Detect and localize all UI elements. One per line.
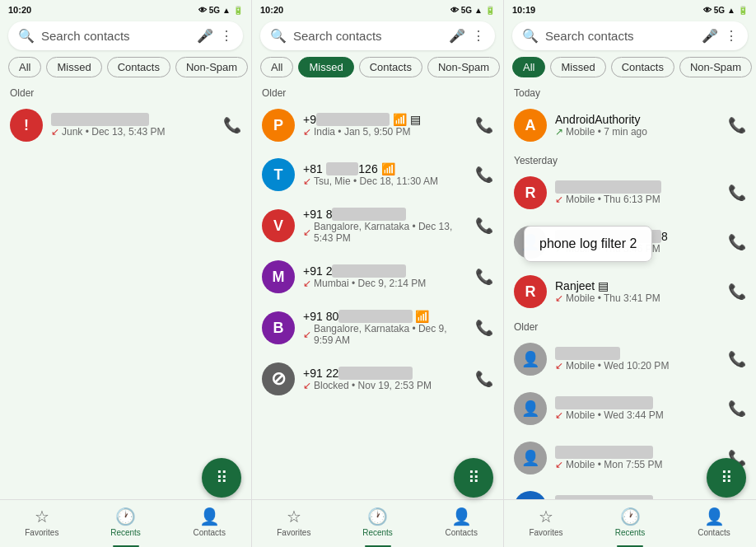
call-meta: Bangalore, Karnataka • Dec 9, 9:59 AM <box>314 323 467 346</box>
table-row[interactable]: R █████████████ ↙ Mobile • Thu 6:13 PM 📞 <box>504 168 756 217</box>
table-row[interactable]: V +91 8█████████ ↙ Bangalore, Karnataka … <box>252 199 503 252</box>
call-name: AndroidAuthority <box>555 113 720 126</box>
call-button[interactable]: 📞 <box>728 400 746 418</box>
call-info: +91 2█████████ ↙ Mumbai • Dec 9, 2:14 PM <box>303 264 467 289</box>
table-row[interactable]: 👤 ████████ ↙ Mobile • Wed 10:20 PM 📞 <box>504 334 756 384</box>
call-meta: Mobile • Thu 6:13 PM <box>566 194 660 205</box>
call-info: ████████████ ↙ Junk • Dec 13, 5:43 PM <box>51 113 215 138</box>
call-detail: ↙ Tsu, Mie • Dec 18, 11:30 AM <box>303 175 467 187</box>
favorites-icon-2: ☆ <box>287 507 301 526</box>
table-row[interactable]: R Ranjeet ▤ ↙ Mobile • Thu 3:41 PM 📞 <box>504 267 756 316</box>
call-detail: ↙ Bangalore, Karnataka • Dec 13, 5:43 PM <box>303 221 467 244</box>
avatar: 👤 <box>514 442 547 475</box>
avatar: 👤 <box>514 343 547 376</box>
filter-all-3[interactable]: All <box>512 57 545 77</box>
table-row[interactable]: ! ████████████ ↙ Junk • Dec 13, 5:43 PM … <box>0 101 251 150</box>
filter-contacts-3[interactable]: Contacts <box>611 57 674 77</box>
filter-missed-2[interactable]: Missed <box>298 57 353 77</box>
phone-panel-3: 10:19 👁 5G ▲ 🔋 🔍 Search contacts 🎤 ⋮ All… <box>504 0 756 547</box>
call-button[interactable]: 📞 <box>475 116 493 134</box>
filter-tabs-2: All Missed Contacts Non-Spam Spam <box>252 54 503 82</box>
nav-contacts-2[interactable]: 👤 Contacts <box>419 500 503 547</box>
call-button[interactable]: 📞 <box>475 268 493 286</box>
call-button[interactable]: 📞 <box>728 283 746 301</box>
filter-contacts-2[interactable]: Contacts <box>359 57 422 77</box>
avatar: ⊘ <box>262 362 295 395</box>
call-meta: Junk • Dec 13, 5:43 PM <box>62 126 166 138</box>
call-list-2: Older P +9█████████ 📶 ▤ ↙ India • Jan 5,… <box>252 82 503 499</box>
call-button[interactable]: 📞 <box>475 166 493 184</box>
call-name: +91 80█████████ 📶 <box>303 310 467 323</box>
table-row[interactable]: T +81 ████126 📶 ↙ Tsu, Mie • Dec 18, 11:… <box>252 150 503 199</box>
nav-recents-2[interactable]: 🕐 Recents <box>336 500 420 547</box>
table-row[interactable]: A AndroidAuthority ↗ Mobile • 7 min ago … <box>504 101 756 150</box>
nav-recents-3[interactable]: 🕐 Recents <box>588 500 672 547</box>
more-icon-2[interactable]: ⋮ <box>472 28 485 44</box>
filter-all-1[interactable]: All <box>8 57 41 77</box>
call-meta: India • Jan 5, 9:50 PM <box>314 126 411 138</box>
fab-2[interactable]: ⠿ <box>454 458 493 498</box>
filter-all-2[interactable]: All <box>260 57 293 77</box>
call-button[interactable]: 📞 <box>475 319 493 337</box>
mic-icon-2[interactable]: 🎤 <box>449 28 465 44</box>
section-today-3: Today <box>504 82 756 101</box>
nav-recents-1[interactable]: 🕐 Recents <box>84 500 168 547</box>
table-row[interactable]: ⊘ +91 22█████████ ↙ Blocked • Nov 19, 2:… <box>252 354 503 404</box>
table-row[interactable]: B +91 80█████████ 📶 ↙ Bangalore, Karnata… <box>252 302 503 354</box>
avatar: ! <box>10 109 43 142</box>
nav-contacts-3[interactable]: 👤 Contacts <box>672 500 756 547</box>
call-button[interactable]: 📞 <box>223 116 241 134</box>
filter-contacts-1[interactable]: Contacts <box>107 57 170 77</box>
table-row[interactable]: M +91 2█████████ ↙ Mumbai • Dec 9, 2:14 … <box>252 252 503 302</box>
filter-missed-1[interactable]: Missed <box>46 57 101 77</box>
call-button[interactable]: 📞 <box>728 350 746 368</box>
nav-favorites-3[interactable]: ☆ Favorites <box>504 500 588 547</box>
search-bar-2[interactable]: 🔍 Search contacts 🎤 ⋮ <box>260 21 495 50</box>
call-button[interactable]: 📞 <box>728 116 746 134</box>
call-button[interactable]: 📞 <box>728 184 746 202</box>
search-bar-1[interactable]: 🔍 Search contacts 🎤 ⋮ <box>8 21 243 50</box>
call-meta: Mobile • Thu 3:41 PM <box>566 292 660 304</box>
recents-icon-2: 🕐 <box>367 507 388 526</box>
call-detail: ↙ Mobile • Thu 6:13 PM <box>555 194 720 205</box>
table-row[interactable]: P +9█████████ 📶 ▤ ↙ India • Jan 5, 9:50 … <box>252 101 503 150</box>
nav-contacts-1[interactable]: 👤 Contacts <box>167 500 251 547</box>
call-button[interactable]: 📞 <box>475 217 493 235</box>
filter-missed-3[interactable]: Missed <box>550 57 605 77</box>
direction-icon: ↙ <box>555 360 563 372</box>
search-placeholder-3: Search contacts <box>545 29 695 43</box>
call-button[interactable]: 📞 <box>728 233 746 251</box>
fab-1[interactable]: ⠿ <box>202 458 241 498</box>
more-icon-1[interactable]: ⋮ <box>220 28 233 44</box>
search-icon-3: 🔍 <box>522 28 539 44</box>
direction-icon: ↙ <box>303 329 311 340</box>
recents-label: Recents <box>110 528 141 537</box>
direction-icon: ↙ <box>555 194 563 205</box>
section-older-1: Older <box>0 82 251 101</box>
nav-favorites-2[interactable]: ☆ Favorites <box>252 500 336 547</box>
direction-icon: ↙ <box>555 409 563 421</box>
filter-nonspam-2[interactable]: Non-Spam <box>427 57 500 77</box>
filter-tabs-3: All Missed Contacts Non-Spam Spam <box>504 54 756 82</box>
nav-favorites-1[interactable]: ☆ Favorites <box>0 500 84 547</box>
direction-icon: ↙ <box>303 126 311 138</box>
more-icon-3[interactable]: ⋮ <box>725 28 738 44</box>
filter-nonspam-3[interactable]: Non-Spam <box>679 57 752 77</box>
section-older-2: Older <box>252 82 503 101</box>
call-button[interactable]: 📞 <box>475 370 493 388</box>
favorites-label: Favorites <box>25 528 58 537</box>
mic-icon-3[interactable]: 🎤 <box>702 28 718 44</box>
favorites-label-2: Favorites <box>277 528 310 537</box>
signal-icon-2: 5G <box>461 6 472 15</box>
call-name: +9█████████ 📶 ▤ <box>303 113 467 126</box>
mic-icon-1[interactable]: 🎤 <box>197 28 213 44</box>
filter-nonspam-1[interactable]: Non-Spam <box>175 57 248 77</box>
call-info: ████████████ ↙ Mobile • Mon 7:55 PM <box>555 446 720 470</box>
battery-icon: 🔋 <box>233 6 243 15</box>
section-older-3: Older <box>504 316 756 334</box>
table-row[interactable]: 👤 ████████████ ↙ Mobile • Wed 3:44 PM 📞 <box>504 384 756 433</box>
search-bar-3[interactable]: 🔍 Search contacts 🎤 ⋮ <box>512 21 748 50</box>
call-detail: ↙ Mobile • Mon 7:55 PM <box>555 459 720 470</box>
call-name: +81 ████126 📶 <box>303 162 467 175</box>
fab-3[interactable]: ⠿ <box>707 458 746 498</box>
